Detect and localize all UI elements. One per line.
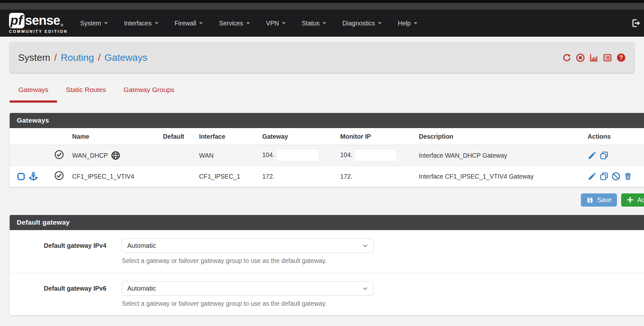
edit-icon[interactable]	[588, 172, 597, 181]
actions-cell	[584, 166, 644, 187]
default-gateway-ipv4-select[interactable]: Automatic	[122, 238, 374, 253]
default-gateway-panel: Default gateway Default gateway IPv4 Aut…	[10, 215, 644, 315]
copy-icon[interactable]	[600, 172, 609, 181]
chevron-down-icon	[199, 22, 203, 24]
delete-icon[interactable]	[623, 172, 632, 181]
breadcrumb: System / Routing / Gateways	[18, 52, 148, 63]
gateway-name: WAN_DHCP	[72, 152, 108, 159]
monitor-ip-cell: 104.	[337, 145, 416, 166]
redacted-ip	[355, 150, 396, 161]
edit-icon[interactable]	[588, 151, 597, 160]
breadcrumb-separator: /	[54, 52, 57, 63]
nav-label: VPN	[266, 20, 279, 27]
logout-button[interactable]	[630, 18, 641, 29]
chevron-down-icon	[362, 285, 368, 292]
add-button-label: Add	[637, 196, 644, 204]
nav-item-status[interactable]: Status	[294, 20, 334, 27]
breadcrumb-root: System	[18, 52, 50, 63]
help-icon[interactable]: ?	[616, 53, 626, 62]
logo-sense-text: sense	[25, 13, 60, 28]
header-name: Name	[69, 128, 160, 145]
nav-label: Status	[302, 20, 320, 27]
plus-icon	[627, 196, 634, 203]
nav-label: Help	[398, 20, 411, 27]
bar-chart-icon[interactable]	[589, 53, 599, 62]
tab-gateway-groups[interactable]: Gateway Groups	[115, 86, 183, 103]
nav-item-vpn[interactable]: VPN	[258, 20, 294, 27]
gateways-panel-title: Gateways	[10, 113, 644, 128]
tab-gateways[interactable]: Gateways	[10, 86, 57, 103]
gateway-ip-cell: 104.	[259, 145, 337, 166]
breadcrumb-link-gateways[interactable]: Gateways	[104, 52, 147, 63]
nav-label: Services	[219, 20, 243, 27]
monitor-ip: 104.	[340, 151, 352, 158]
gateways-table: Name Default Interface Gateway Monitor I…	[10, 128, 644, 187]
row-select-cell	[10, 145, 51, 166]
nav-item-diagnostics[interactable]: Diagnostics	[334, 20, 390, 27]
top-navbar: pf sense ® COMMUNITY EDITION System Inte…	[0, 10, 644, 37]
checkbox-icon[interactable]	[17, 172, 25, 181]
stop-icon[interactable]	[576, 53, 585, 62]
nav-label: Interfaces	[124, 20, 152, 27]
nav-item-firewall[interactable]: Firewall	[167, 20, 211, 27]
breadcrumb-separator: /	[98, 52, 101, 63]
nav-item-services[interactable]: Services	[211, 20, 258, 27]
chevron-down-icon	[246, 22, 250, 24]
table-header-row: Name Default Interface Gateway Monitor I…	[10, 128, 644, 145]
table-row-wan-dhcp: WAN_DHCP WAN 104. 104. Interface WAN_DHC…	[10, 145, 644, 166]
copy-icon[interactable]	[600, 151, 609, 160]
chevron-down-icon	[414, 22, 418, 24]
chevron-down-icon	[155, 22, 159, 24]
selected-value: Automatic	[127, 242, 156, 249]
row-status-cell	[51, 145, 69, 166]
gateways-panel: Gateways Name Default Interface Gateway …	[10, 113, 644, 187]
interface-cell: WAN	[196, 145, 259, 166]
default-gateway-ipv6-select[interactable]: Automatic	[122, 281, 374, 296]
description-cell: Interface WAN_DHCP Gateway	[416, 145, 584, 166]
default-gateway-ipv4-help: Select a gateway or failover gateway gro…	[122, 257, 374, 265]
save-icon	[586, 196, 594, 204]
chevron-down-icon	[378, 22, 382, 24]
add-button[interactable]: Add	[621, 193, 644, 207]
header-gateway: Gateway	[259, 128, 337, 145]
breadcrumb-action-icons: ?	[562, 53, 626, 62]
description-cell: Interface CF1_IPSEC_1_VTIV4 Gateway	[416, 166, 584, 187]
nav-item-system[interactable]: System	[72, 20, 116, 27]
header-description: Description	[416, 128, 584, 145]
logo-reg-mark: ®	[61, 23, 63, 27]
save-button-label: Save	[597, 196, 611, 204]
logo-pf-box: pf	[9, 13, 24, 28]
breadcrumb-link-routing[interactable]: Routing	[61, 52, 94, 63]
logo-tagline: COMMUNITY EDITION	[9, 29, 68, 34]
save-button[interactable]: Save	[581, 193, 617, 207]
refresh-icon[interactable]	[562, 53, 572, 62]
breadcrumb-panel: System / Routing / Gateways ?	[10, 42, 634, 73]
nav-item-help[interactable]: Help	[390, 20, 426, 27]
tab-static-routes[interactable]: Static Routes	[57, 86, 115, 103]
nav-label: Firewall	[175, 20, 196, 27]
default-cell	[160, 166, 196, 187]
pfsense-logo[interactable]: pf sense ® COMMUNITY EDITION	[9, 13, 68, 34]
row-select-cell	[10, 166, 51, 187]
header-actions: Actions	[584, 128, 644, 145]
sign-out-icon	[630, 18, 641, 29]
nav-label: Diagnostics	[342, 20, 375, 27]
default-gateway-ipv4-label: Default gateway IPv4	[10, 238, 106, 265]
disable-icon[interactable]	[611, 172, 620, 181]
nav-menu: System Interfaces Firewall Services VPN …	[72, 20, 426, 27]
header-select	[10, 128, 51, 145]
header-monitor-ip: Monitor IP	[337, 128, 416, 145]
log-icon[interactable]	[603, 53, 612, 62]
gateway-name-cell: CF1_IPSEC_1_VTIV4	[69, 166, 160, 187]
gateway-ip-cell: 172.	[259, 166, 337, 187]
anchor-icon[interactable]	[28, 172, 38, 182]
window-chrome-edge	[0, 0, 644, 3]
nav-item-interfaces[interactable]: Interfaces	[116, 20, 167, 27]
routing-tabs: Gateways Static Routes Gateway Groups	[10, 86, 634, 103]
table-row-cf1-ipsec: CF1_IPSEC_1_VTIV4 CF1_IPSEC_1 172. 172. …	[10, 166, 644, 187]
check-circle-icon	[54, 150, 64, 160]
default-gateway-ipv6-help: Select a gateway or failover gateway gro…	[122, 300, 374, 307]
default-cell	[160, 145, 196, 166]
field-row-ipv4: Default gateway IPv4 Automatic Select a …	[10, 230, 644, 273]
default-gateway-panel-title: Default gateway	[10, 215, 644, 230]
